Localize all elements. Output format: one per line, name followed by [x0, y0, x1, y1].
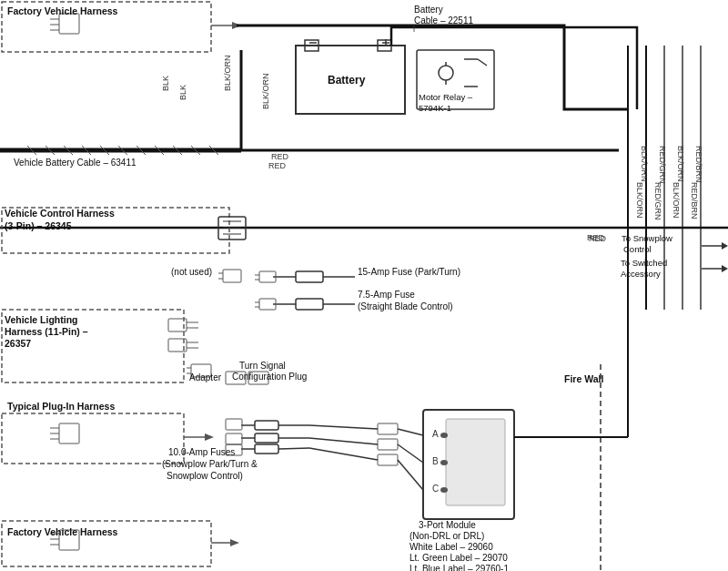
wire-redbrn-label: RED/BRN: [694, 146, 703, 183]
wire-label-red: RED: [268, 161, 287, 170]
wire-redgrn-label: RED/GRN: [658, 146, 667, 184]
label-vlh2: Harness (11-Pin) –: [5, 326, 88, 337]
module-port-b: B: [432, 456, 439, 466]
label-fire-wall: Fire Wall: [564, 373, 603, 384]
label-battery: Battery: [328, 74, 366, 87]
wire-label-blkorn: BLK/ORN: [261, 73, 270, 109]
wire-label-redbrn: RED/BRN: [690, 182, 699, 219]
svg-point-93: [440, 487, 448, 493]
label-factory-harness-top: Factory Vehicle Harness: [7, 5, 118, 16]
wire-red-horizontal: RED: [587, 233, 605, 242]
label-3port-module: 3-Port Module: [419, 520, 476, 530]
label-factory-harness-bottom: Factory Vehicle Harness: [7, 526, 118, 537]
label-to-switched: To Switched: [621, 258, 667, 268]
label-75amp-fuse: 7.5-Amp Fuse: [358, 290, 415, 300]
label-not-used: (not used): [171, 267, 212, 277]
label-turn-signal: Turn Signal: [239, 361, 286, 371]
label-10amp3: Snowplow Control): [167, 471, 243, 481]
label-battery-cable2: Cable – 22511: [414, 15, 473, 25]
label-vehicle-control-harness: Vehicle Control Harness: [5, 208, 115, 219]
label-typical-plugin: Typical Plug-In Harness: [7, 401, 115, 412]
wire-label-blkorn2: BLK/ORN: [672, 182, 681, 219]
label-10amp2: (Snowplow Park/Turn &: [162, 459, 258, 469]
label-to-snowplow2: Control: [623, 244, 652, 254]
wire-blkorn-right2: BLK/ORN: [640, 146, 649, 182]
wire-blkorn-label: BLK/ORN: [223, 55, 232, 91]
label-15amp-fuse: 15-Amp Fuse (Park/Turn): [358, 267, 460, 277]
label-vehicle-battery-cable: Vehicle Battery Cable – 63411: [14, 158, 136, 168]
label-10amp: 10.0-Amp Fuses: [168, 447, 235, 457]
label-75amp-fuse2: (Straight Blade Control): [358, 301, 453, 311]
wire-blkorn-right1: BLK/ORN: [676, 146, 685, 182]
wire-label-redgrn: RED/GRN: [653, 182, 662, 220]
wiring-diagram: BLK BLK/ORN RED RED/BRN BLK/ORN RED/GRN …: [0, 0, 728, 571]
label-to-snowplow: To Snowplow: [622, 233, 672, 243]
label-to-switched2: Accessory: [621, 269, 661, 279]
label-adapter: Adapter: [189, 372, 222, 382]
module-port-a: A: [432, 429, 439, 439]
module-port-c: C: [432, 484, 439, 494]
label-3port-module2: (Non-DRL or DRL): [410, 531, 484, 541]
label-battery-cable: Battery: [414, 5, 443, 15]
svg-line-106: [278, 448, 309, 449]
wire-label-blk: BLK: [178, 85, 187, 100]
svg-rect-90: [446, 419, 505, 505]
label-vlh3: 26357: [5, 338, 31, 349]
label-motor-relay2: 5794K-1: [419, 103, 451, 113]
wire-label-blkorn3: BLK/ORN: [635, 182, 644, 219]
label-3port-green: Lt. Green Label – 29070: [410, 553, 508, 563]
label-3port-white: White Label – 29060: [410, 542, 493, 552]
wire-blk: BLK: [161, 76, 170, 91]
wire-red-label: RED: [271, 152, 289, 161]
label-3port-blue: Lt. Blue Label – 29760-1: [410, 564, 509, 571]
label-turn-signal2: Configuration Plug: [232, 372, 307, 382]
label-vehicle-control-harness2: (3-Pin) – 26345: [5, 220, 72, 231]
svg-point-91: [440, 433, 448, 438]
svg-point-92: [440, 460, 448, 465]
label-motor-relay: Motor Relay –: [419, 92, 473, 102]
label-vlh: Vehicle Lighting: [5, 314, 78, 325]
